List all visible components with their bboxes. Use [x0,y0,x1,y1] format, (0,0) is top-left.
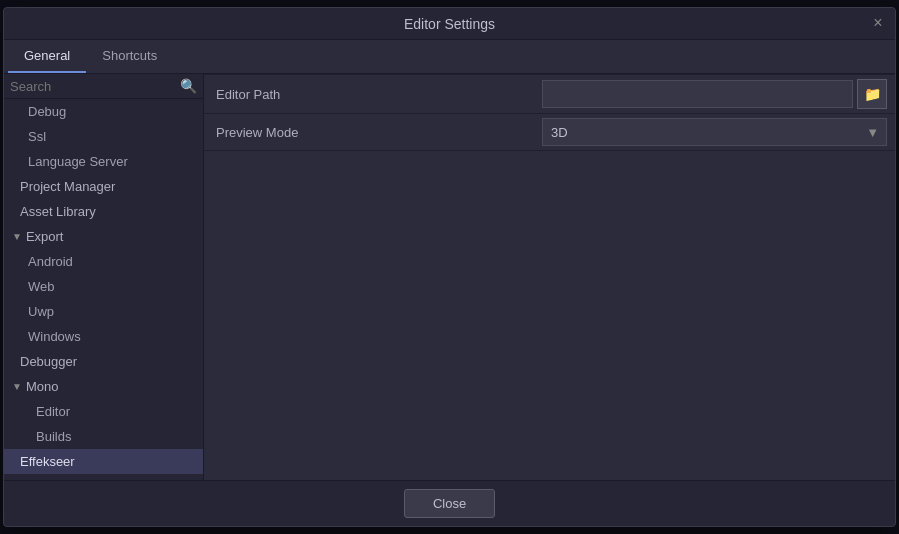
sidebar-item-windows[interactable]: Windows [4,324,203,349]
tabs-bar: General Shortcuts [4,40,895,74]
sidebar-list: Debug Ssl Language Server Project Manage… [4,99,203,480]
editor-path-value: 📁 [534,75,895,113]
editor-settings-dialog: Editor Settings × General Shortcuts 🔍 [3,7,896,527]
chevron-down-icon: ▼ [12,231,22,242]
chevron-down-icon: ▼ [12,381,22,392]
search-icon: 🔍 [180,78,197,94]
search-input[interactable] [10,79,180,94]
sidebar-item-uwp[interactable]: Uwp [4,299,203,324]
settings-row-editor-path: Editor Path 📁 [204,74,895,114]
folder-icon: 📁 [864,86,881,102]
dialog-overlay: Editor Settings × General Shortcuts 🔍 [0,0,899,534]
sidebar-item-debug[interactable]: Debug [4,99,203,124]
sidebar-item-asset-library[interactable]: Asset Library [4,199,203,224]
preview-mode-label: Preview Mode [204,117,534,148]
sidebar-group-export[interactable]: ▼ Export [4,224,203,249]
close-button[interactable]: Close [404,489,495,518]
close-icon[interactable]: × [867,12,889,34]
folder-browse-button[interactable]: 📁 [857,79,887,109]
preview-mode-value: 3D 2D ▼ [534,114,895,150]
dialog-body: 🔍 Debug Ssl Language Server Project Mana… [4,74,895,480]
sidebar-item-builds[interactable]: Builds [4,424,203,449]
sidebar-item-effekseer[interactable]: Effekseer [4,449,203,474]
sidebar-item-android[interactable]: Android [4,249,203,274]
sidebar-item-language-server[interactable]: Language Server [4,149,203,174]
editor-path-label: Editor Path [204,79,534,110]
sidebar: 🔍 Debug Ssl Language Server Project Mana… [4,74,204,480]
sidebar-item-web[interactable]: Web [4,274,203,299]
search-bar: 🔍 [4,74,203,99]
sidebar-item-debugger[interactable]: Debugger [4,349,203,374]
editor-path-input[interactable] [542,80,853,108]
settings-table: Editor Path 📁 Preview Mode [204,74,895,151]
preview-mode-dropdown-wrapper: 3D 2D ▼ [542,118,887,146]
sidebar-item-project-manager[interactable]: Project Manager [4,174,203,199]
sidebar-item-ssl[interactable]: Ssl [4,124,203,149]
tab-shortcuts[interactable]: Shortcuts [86,40,173,73]
sidebar-item-editor[interactable]: Editor [4,399,203,424]
preview-mode-dropdown[interactable]: 3D 2D [542,118,887,146]
settings-row-preview-mode: Preview Mode 3D 2D ▼ [204,114,895,151]
sidebar-group-mono[interactable]: ▼ Mono [4,374,203,399]
dialog-title: Editor Settings [404,16,495,32]
dialog-footer: Close [4,480,895,526]
titlebar: Editor Settings × [4,8,895,40]
content-area: Editor Path 📁 Preview Mode [204,74,895,480]
tab-general[interactable]: General [8,40,86,73]
